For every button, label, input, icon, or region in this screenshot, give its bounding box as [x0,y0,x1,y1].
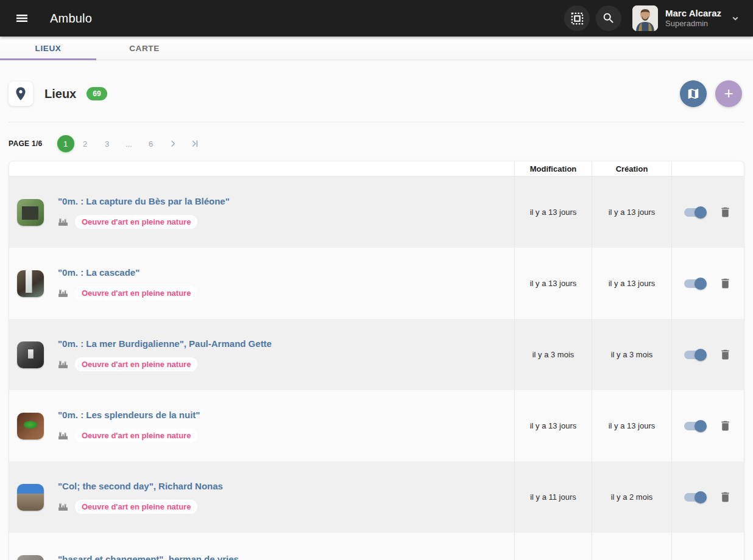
row-actions-cell [671,461,744,533]
row-info: "Col; the second day", Richard Nonas Oeu… [58,481,223,514]
modification-cell: il y a 13 jours [514,177,592,248]
creation-cell: il y a 2 mois [592,461,671,533]
page-ellipsis: ... [118,139,140,149]
toggle-knob [695,491,707,503]
delete-button[interactable] [719,491,732,503]
user-menu[interactable]: Marc Alcaraz Superadmin [665,8,721,29]
row-info: "0m. : La cascade" Oeuvre d'art en plein… [58,267,197,300]
header-cell-modification: Modification [514,161,592,176]
table-row: "hasard et changement", herman de vries [9,533,744,560]
trash-icon [719,277,732,290]
lieu-title-link[interactable]: "hasard et changement", herman de vries [58,554,239,560]
row-main-cell: "hasard et changement", herman de vries [9,533,514,560]
chevron-down-icon [730,13,741,24]
row-actions-cell [671,390,744,461]
lieu-thumbnail[interactable] [17,555,44,560]
page-button-6[interactable]: 6 [140,139,162,149]
table-row: "0m. : La cascade" Oeuvre d'art en plein… [9,248,744,319]
visibility-toggle[interactable] [684,278,707,290]
table-row: "0m. : La capture du Bès par la Bléone" … [9,177,744,248]
lieu-thumbnail[interactable] [17,341,44,368]
trash-icon [719,206,732,219]
row-actions-cell [671,177,744,248]
delete-button[interactable] [719,206,732,219]
category-icon [58,430,68,441]
creation-cell: il y a 3 mois [592,319,671,390]
trash-icon [719,348,732,361]
lieu-thumbnail[interactable] [17,413,44,439]
category-icon [58,359,68,369]
lieu-title-link[interactable]: "0m. : La capture du Bès par la Bléone" [58,196,230,207]
trash-icon [719,419,732,432]
visibility-toggle[interactable] [684,349,707,361]
category-tag: Oeuvre d'art en pleine nature [75,286,197,300]
category-icon [58,217,68,227]
page-button-3[interactable]: 3 [96,139,118,149]
lieu-title-link[interactable]: "0m. : La mer Burdigalienne", Paul-Arman… [58,338,272,349]
tab-carte[interactable]: CARTE [96,37,193,60]
lieu-title-link[interactable]: "0m. : La cascade" [58,267,197,278]
modification-cell: il y a 13 jours [514,248,592,319]
app-title: Ambulo [50,12,92,26]
toggle-knob [695,278,707,290]
tab-bar: LIEUX CARTE [0,37,753,60]
avatar[interactable] [632,5,658,31]
row-actions-cell [671,319,744,390]
category-tag: Oeuvre d'art en pleine nature [75,357,197,371]
row-info: "0m. : Les splendeurs de la nuit" Oeuvre… [58,410,200,443]
tag-line: Oeuvre d'art en pleine nature [58,357,272,371]
category-icon [58,502,68,512]
lieu-thumbnail[interactable] [17,484,44,511]
chevron-right-icon [168,138,179,149]
category-icon [58,288,68,298]
table-header-row: Modification Création [9,161,744,177]
row-actions-cell [671,248,744,319]
modification-cell: il y a 13 jours [514,390,592,461]
visibility-toggle[interactable] [684,206,707,219]
lieu-thumbnail[interactable] [17,199,44,226]
last-page-button[interactable] [184,138,206,149]
lieu-title-link[interactable]: "0m. : Les splendeurs de la nuit" [58,410,200,421]
add-lieu-button[interactable]: + [715,80,742,107]
delete-button[interactable] [719,277,732,290]
category-tag: Oeuvre d'art en pleine nature [75,429,197,443]
hamburger-menu-icon[interactable] [10,6,34,30]
row-main-cell: "0m. : La cascade" Oeuvre d'art en plein… [9,248,514,319]
table-row: "0m. : Les splendeurs de la nuit" Oeuvre… [9,390,744,461]
creation-cell: il y a 13 jours [592,248,671,319]
select-all-button[interactable] [564,5,590,31]
tag-line: Oeuvre d'art en pleine nature [58,215,230,229]
tab-lieux[interactable]: LIEUX [0,37,96,60]
page-button-1[interactable]: 1 [57,135,74,152]
count-badge: 69 [87,87,107,100]
select-all-icon [570,12,584,26]
next-page-button[interactable] [162,138,184,149]
visibility-toggle[interactable] [684,491,707,503]
modification-cell: il y a 3 mois [514,319,592,390]
user-role: Superadmin [665,19,721,29]
toggle-knob [695,206,707,219]
visibility-toggle[interactable] [684,420,707,432]
lieu-thumbnail[interactable] [17,270,44,297]
map-view-button[interactable] [680,80,707,107]
app-bar: Ambulo Marc Alcaraz Superadmin [0,0,753,37]
trash-icon [719,491,732,503]
modification-cell: il y a 11 jours [514,461,592,533]
header-cell-actions [671,161,744,176]
row-info: "0m. : La capture du Bès par la Bléone" … [58,196,230,229]
row-main-cell: "0m. : La capture du Bès par la Bléone" … [9,177,514,248]
plus-icon: + [724,85,733,101]
tag-line: Oeuvre d'art en pleine nature [58,286,197,300]
creation-cell [592,533,671,560]
search-button[interactable] [596,5,621,31]
header-cell-creation: Création [592,161,671,176]
lieu-title-link[interactable]: "Col; the second day", Richard Nonas [58,481,223,492]
user-name: Marc Alcaraz [665,8,721,19]
user-menu-chevron[interactable] [730,13,741,24]
delete-button[interactable] [719,419,732,432]
tag-line: Oeuvre d'art en pleine nature [58,500,223,514]
pagination: PAGE 1/6 1 2 3 ... 6 [9,122,744,161]
page-button-2[interactable]: 2 [74,139,96,149]
delete-button[interactable] [719,348,732,361]
row-main-cell: "0m. : Les splendeurs de la nuit" Oeuvre… [9,390,514,461]
